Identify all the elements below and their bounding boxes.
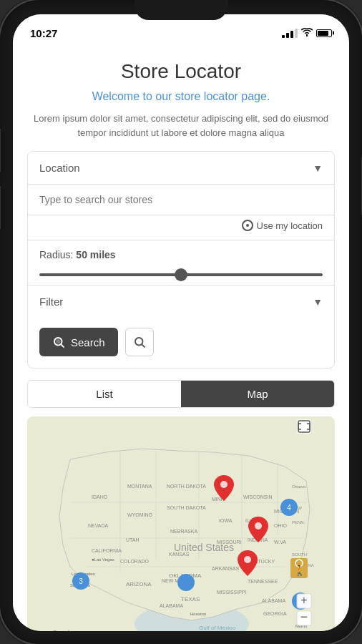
svg-text:CALIFORNIA: CALIFORNIA: [92, 548, 122, 553]
search-icon: [52, 336, 65, 348]
volume-up-button[interactable]: [0, 129, 1, 172]
signal-icon: [282, 29, 298, 38]
volume-down-button[interactable]: [0, 186, 1, 229]
search-buttons-row: Search: [28, 318, 334, 368]
view-toggle: List Map: [27, 380, 335, 408]
svg-point-3: [135, 338, 143, 346]
search-input[interactable]: [39, 194, 323, 205]
chevron-down-icon: ▼: [313, 162, 323, 174]
svg-text:COLORADO: COLORADO: [120, 559, 150, 564]
svg-text:United States: United States: [174, 542, 234, 553]
svg-text:Ottawa: Ottawa: [292, 484, 306, 489]
svg-text:NEBRASKA: NEBRASKA: [170, 529, 197, 534]
svg-text:4: 4: [287, 504, 291, 512]
svg-text:ALABAMA: ALABAMA: [160, 603, 183, 608]
svg-point-64: [220, 481, 228, 488]
svg-text:GEORGIA: GEORGIA: [263, 611, 287, 616]
phone-frame: 10:27: [0, 0, 362, 644]
magnifier-icon: [133, 336, 146, 348]
svg-point-71: [177, 574, 195, 591]
search-button-label: Search: [71, 336, 105, 348]
map-container[interactable]: IDAHO NEVADA CALIFORNIA MONTANA WYOMING …: [27, 416, 335, 631]
radius-value: 50 miles: [76, 249, 115, 260]
svg-text:NORTH DAKOTA: NORTH DAKOTA: [167, 484, 206, 489]
status-icons: [282, 28, 332, 39]
svg-text:−: −: [300, 610, 308, 624]
svg-line-1: [61, 344, 64, 347]
notch: [134, 0, 228, 20]
svg-text:WISCONSIN: WISCONSIN: [243, 494, 272, 499]
svg-text:●Las Vegas: ●Las Vegas: [92, 557, 114, 562]
svg-text:MONTANA: MONTANA: [127, 484, 152, 489]
filter-dropdown[interactable]: Filter ▼: [28, 286, 334, 318]
svg-text:IOWA: IOWA: [219, 518, 233, 523]
svg-point-65: [255, 522, 262, 530]
screen-content: Store Locator Welcome to our store locat…: [13, 46, 349, 631]
filter-chevron-icon: ▼: [313, 296, 323, 308]
welcome-text: Welcome to our store locator page.: [30, 90, 332, 103]
radius-label: Radius: 50 miles: [39, 249, 323, 260]
battery-icon: [316, 29, 332, 37]
svg-line-4: [142, 344, 145, 347]
svg-text:ARKANSAS: ARKANSAS: [212, 566, 239, 571]
svg-text:TENNESSEE: TENNESSEE: [248, 579, 278, 584]
status-time: 10:27: [30, 27, 57, 39]
search-card: Location ▼ Use my location Radius: 50 m: [27, 151, 335, 369]
svg-text:SOUTH: SOUTH: [292, 552, 307, 557]
svg-text:NEVADA: NEVADA: [88, 523, 109, 528]
filter-label: Filter: [39, 296, 63, 308]
search-icon-button[interactable]: [125, 328, 154, 356]
svg-text:SOUTH DAKOTA: SOUTH DAKOTA: [167, 505, 206, 510]
svg-text:UTAH: UTAH: [126, 537, 140, 542]
svg-text:OHIO: OHIO: [274, 523, 287, 528]
location-target-icon: [242, 220, 253, 231]
svg-point-66: [244, 556, 251, 563]
svg-text:ALABAMA: ALABAMA: [262, 598, 285, 603]
svg-text:Gulf of Mexico: Gulf of Mexico: [199, 625, 236, 631]
svg-text:W.VA: W.VA: [274, 540, 286, 545]
use-location-row[interactable]: Use my location: [28, 215, 334, 240]
svg-point-2: [57, 340, 60, 343]
wifi-icon: [301, 28, 313, 39]
map-svg: IDAHO NEVADA CALIFORNIA MONTANA WYOMING …: [27, 416, 335, 631]
description-text: Lorem ipsum dolor sit amet, consectetur …: [30, 112, 332, 140]
svg-text:WYOMING: WYOMING: [127, 512, 152, 517]
page-title: Store Locator: [30, 60, 332, 83]
svg-text:3: 3: [79, 577, 83, 585]
phone-screen: 10:27: [13, 14, 349, 631]
map-view-button[interactable]: Map: [181, 381, 334, 407]
svg-text:IDAHO: IDAHO: [92, 494, 108, 499]
svg-text:ARIZONA: ARIZONA: [126, 581, 152, 587]
location-dropdown[interactable]: Location ▼: [28, 152, 334, 185]
search-button[interactable]: Search: [39, 328, 118, 356]
use-location-text: Use my location: [257, 220, 323, 231]
radius-row: Radius: 50 miles: [28, 240, 334, 286]
svg-text:PENN.: PENN.: [292, 520, 305, 525]
svg-text:🚶: 🚶: [293, 565, 306, 577]
svg-text:Google: Google: [52, 629, 73, 631]
svg-text:TEXAS: TEXAS: [181, 596, 200, 602]
radius-slider[interactable]: [39, 273, 323, 276]
header-section: Store Locator Welcome to our store locat…: [13, 46, 349, 151]
svg-text:Houston: Houston: [190, 612, 206, 616]
list-view-button[interactable]: List: [28, 381, 181, 407]
search-input-area: [28, 185, 334, 215]
svg-text:MISSISSIPPI: MISSISSIPPI: [217, 590, 247, 595]
svg-text:+: +: [300, 594, 307, 606]
location-label: Location: [39, 162, 80, 174]
